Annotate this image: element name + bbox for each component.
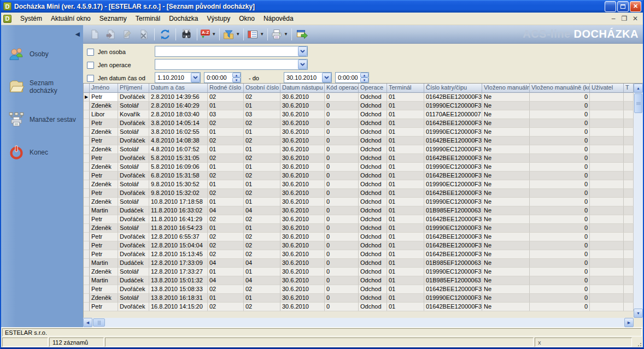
horizontal-scrollbar[interactable]: ◀ ▶ bbox=[83, 318, 634, 327]
cell-t[interactable] bbox=[624, 294, 634, 303]
date-to-dropdown-button[interactable] bbox=[322, 73, 331, 82]
row-selector[interactable] bbox=[84, 215, 90, 224]
cell-terminal[interactable]: 01 bbox=[387, 206, 424, 215]
cell-uzivatel[interactable] bbox=[590, 294, 624, 303]
cell-vlozeno-manualne[interactable]: Ne bbox=[482, 189, 530, 198]
horizontal-scroll-track[interactable] bbox=[106, 318, 624, 327]
row-selector[interactable] bbox=[84, 119, 90, 128]
cell-t[interactable] bbox=[624, 163, 634, 171]
row-selector[interactable] bbox=[84, 145, 90, 154]
cell-uzivatel[interactable] bbox=[590, 145, 624, 154]
cell-prijmeni[interactable]: Sotolář bbox=[118, 128, 149, 137]
row-selector[interactable] bbox=[84, 206, 90, 215]
cell-vlozeno-manualne-kod[interactable]: 0 bbox=[530, 110, 590, 119]
cell-osobni-cislo[interactable]: 01 bbox=[244, 224, 280, 233]
row-selector[interactable] bbox=[84, 154, 90, 163]
cell-rodne-cislo[interactable]: 01 bbox=[208, 268, 244, 276]
cell-t[interactable] bbox=[624, 154, 634, 163]
cell-rodne-cislo[interactable]: 01 bbox=[208, 198, 244, 206]
date-to-picker[interactable]: 30.10.2010 bbox=[284, 72, 332, 83]
cell-operace[interactable]: Odchod bbox=[359, 128, 387, 137]
cell-jmeno[interactable]: Zdeněk bbox=[90, 163, 118, 171]
cell-terminal[interactable]: 01 bbox=[387, 171, 424, 180]
cell-datum-a-cas[interactable]: 12.8.2010 15:04:04 bbox=[149, 241, 208, 250]
cell-osobni-cislo[interactable]: 04 bbox=[244, 206, 280, 215]
cell-vlozeno-manualne-kod[interactable]: 0 bbox=[530, 276, 590, 285]
cell-vlozeno-manualne-kod[interactable]: 0 bbox=[530, 163, 590, 171]
cell-datum-nastupu[interactable]: 30.6.2010 bbox=[280, 233, 325, 241]
cell-t[interactable] bbox=[624, 206, 634, 215]
cell-jmeno[interactable]: Zdeněk bbox=[90, 145, 118, 154]
cell-rodne-cislo[interactable]: 01 bbox=[208, 145, 244, 154]
cell-vlozeno-manualne[interactable]: Ne bbox=[482, 145, 530, 154]
table-row[interactable]: ZdeněkSotolář12.8.2010 17:33:27010130.6.… bbox=[84, 268, 634, 276]
cell-terminal[interactable]: 01 bbox=[387, 189, 424, 198]
table-row[interactable]: ZdeněkSotolář10.8.2010 17:18:58010130.6.… bbox=[84, 198, 634, 206]
cell-vlozeno-manualne[interactable]: Ne bbox=[482, 250, 530, 259]
cell-cislo-katry-cipu[interactable]: 019990EC120000F3 bbox=[424, 198, 482, 206]
cell-uzivatel[interactable] bbox=[590, 250, 624, 259]
cell-rodne-cislo[interactable]: 01 bbox=[208, 180, 244, 189]
cell-uzivatel[interactable] bbox=[590, 189, 624, 198]
cell-vlozeno-manualne[interactable]: Ne bbox=[482, 102, 530, 110]
menu-aktualni-okno[interactable]: Aktuální okno bbox=[46, 13, 95, 24]
cell-datum-a-cas[interactable]: 12.8.2010 17:33:27 bbox=[149, 268, 208, 276]
cell-osobni-cislo[interactable]: 01 bbox=[244, 102, 280, 110]
cell-vlozeno-manualne-kod[interactable]: 0 bbox=[530, 154, 590, 163]
cell-vlozeno-manualne[interactable]: Ne bbox=[482, 233, 530, 241]
cell-prijmeni[interactable]: Kovařík bbox=[118, 110, 149, 119]
cell-t[interactable] bbox=[624, 137, 634, 145]
cell-operace[interactable]: Odchod bbox=[359, 224, 387, 233]
cell-osobni-cislo[interactable]: 02 bbox=[244, 154, 280, 163]
cell-vlozeno-manualne-kod[interactable]: 0 bbox=[530, 285, 590, 294]
maximize-button[interactable] bbox=[617, 1, 629, 12]
cell-prijmeni[interactable]: Dvořáček bbox=[118, 154, 149, 163]
mdi-minimize-button[interactable]: – bbox=[610, 15, 617, 22]
delete-document-button[interactable] bbox=[136, 27, 152, 42]
cell-cislo-katry-cipu[interactable]: 01642BEE120000F3 bbox=[424, 241, 482, 250]
cell-operace[interactable]: Odchod bbox=[359, 154, 387, 163]
filter-button[interactable]: ▼ bbox=[222, 27, 241, 42]
cell-kod-operace[interactable]: 0 bbox=[325, 215, 359, 224]
cell-datum-a-cas[interactable]: 13.8.2010 15:08:33 bbox=[149, 285, 208, 294]
cell-operace[interactable]: Odchod bbox=[359, 233, 387, 241]
cell-vlozeno-manualne-kod[interactable]: 0 bbox=[530, 93, 590, 102]
cell-prijmeni[interactable]: Dvořáček bbox=[118, 233, 149, 241]
cell-datum-a-cas[interactable]: 4.8.2010 16:07:52 bbox=[149, 145, 208, 154]
cell-jmeno[interactable]: Petr bbox=[90, 189, 118, 198]
cell-osobni-cislo[interactable]: 02 bbox=[244, 171, 280, 180]
mdi-close-button[interactable]: ✕ bbox=[631, 15, 639, 22]
cell-uzivatel[interactable] bbox=[590, 268, 624, 276]
cell-vlozeno-manualne-kod[interactable]: 0 bbox=[530, 215, 590, 224]
cell-kod-operace[interactable]: 0 bbox=[325, 145, 359, 154]
cell-cislo-katry-cipu[interactable]: 01642BEE120000F3 bbox=[424, 137, 482, 145]
cell-operace[interactable]: Odchod bbox=[359, 250, 387, 259]
cell-datum-nastupu[interactable]: 30.6.2010 bbox=[280, 171, 325, 180]
cell-jmeno[interactable]: Petr bbox=[90, 154, 118, 163]
cell-datum-a-cas[interactable]: 3.8.2010 14:05:14 bbox=[149, 119, 208, 128]
column-header-osobni-cislo[interactable]: Osobní číslo bbox=[244, 84, 280, 93]
cell-kod-operace[interactable]: 0 bbox=[325, 268, 359, 276]
cell-kod-operace[interactable]: 0 bbox=[325, 206, 359, 215]
cell-datum-nastupu[interactable]: 30.6.2010 bbox=[280, 110, 325, 119]
cell-vlozeno-manualne-kod[interactable]: 0 bbox=[530, 189, 590, 198]
cell-kod-operace[interactable]: 0 bbox=[325, 119, 359, 128]
cell-vlozeno-manualne-kod[interactable]: 0 bbox=[530, 233, 590, 241]
cell-jmeno[interactable]: Zdeněk bbox=[90, 198, 118, 206]
cell-cislo-katry-cipu[interactable]: 01642BEE120000F3 bbox=[424, 233, 482, 241]
cell-terminal[interactable]: 01 bbox=[387, 294, 424, 303]
row-selector[interactable] bbox=[84, 198, 90, 206]
cell-terminal[interactable]: 01 bbox=[387, 110, 424, 119]
table-row[interactable]: ZdeněkSotolář13.8.2010 16:18:31010130.6.… bbox=[84, 294, 634, 303]
row-selector[interactable] bbox=[84, 137, 90, 145]
column-header-kod-operace[interactable]: Kód operace bbox=[325, 84, 359, 93]
cell-jmeno[interactable]: Zdeněk bbox=[90, 224, 118, 233]
table-row[interactable]: MartinDudáček12.8.2010 17:33:09040430.6.… bbox=[84, 259, 634, 268]
cell-cislo-katry-cipu[interactable]: 01642BEE120000F3 bbox=[424, 285, 482, 294]
cell-prijmeni[interactable]: Dvořáček bbox=[118, 303, 149, 311]
cell-datum-nastupu[interactable]: 30.6.2010 bbox=[280, 224, 325, 233]
column-header-vlozeno-manualne-kod[interactable]: Vloženo manuálně (kód) bbox=[530, 84, 590, 93]
cell-datum-nastupu[interactable]: 30.6.2010 bbox=[280, 102, 325, 110]
cell-cislo-katry-cipu[interactable]: 019990EC120000F3 bbox=[424, 294, 482, 303]
cell-operace[interactable]: Odchod bbox=[359, 294, 387, 303]
